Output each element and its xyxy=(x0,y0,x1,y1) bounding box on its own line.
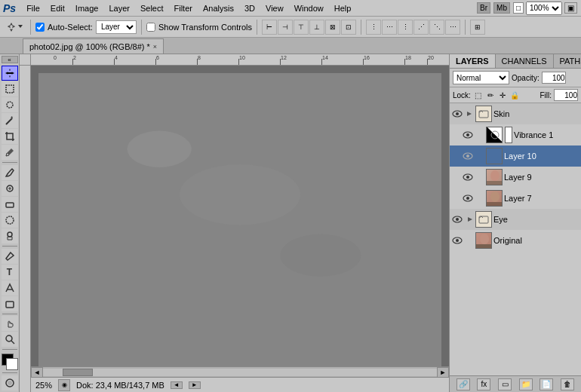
align-middle-btn[interactable]: ⊠ xyxy=(325,20,340,35)
dist-left-btn[interactable]: ⋮ xyxy=(366,20,381,35)
menu-view[interactable]: View xyxy=(261,2,288,14)
dist-top-btn[interactable]: ⋰ xyxy=(413,20,429,35)
layer-visibility-btn[interactable] xyxy=(451,234,463,247)
toolbox-collapse-btn[interactable]: « xyxy=(2,56,18,63)
opacity-input[interactable] xyxy=(542,72,566,84)
layer-visibility-btn[interactable] xyxy=(462,192,474,204)
delete-layer-btn[interactable]: 🗑 xyxy=(561,378,574,390)
select-rect-icon[interactable] xyxy=(2,81,18,96)
canvas-scroll[interactable]: ◄ ► 25% ◉ Dok: 23,4 MB/143,7 MB ◄ ► xyxy=(31,66,449,392)
bg-color[interactable] xyxy=(6,358,18,370)
menu-edit[interactable]: Edit xyxy=(46,2,69,14)
menu-layer[interactable]: Layer xyxy=(104,2,134,14)
lock-image-btn[interactable]: ✏ xyxy=(485,90,496,100)
dist-right-btn[interactable]: ⋮ xyxy=(398,20,413,35)
group-expand-triangle[interactable] xyxy=(465,109,474,118)
layer-row[interactable]: Layer 9 xyxy=(450,167,581,188)
minibr-btn[interactable]: Mb xyxy=(493,2,510,14)
layer-row[interactable]: Layer 7 xyxy=(450,188,581,209)
layer-row[interactable]: Original xyxy=(450,230,581,251)
tab-layers[interactable]: LAYERS xyxy=(450,54,496,68)
layer-visibility-btn[interactable] xyxy=(451,213,463,225)
scroll-right-btn[interactable]: ► xyxy=(437,367,449,378)
dist-center-btn[interactable]: ⋯ xyxy=(382,20,397,35)
quick-mask-icon[interactable] xyxy=(2,375,18,390)
move-tool-icon[interactable] xyxy=(2,66,18,81)
dist-bottom-btn[interactable]: ⋯ xyxy=(445,20,460,35)
eyedropper-icon[interactable] xyxy=(2,145,18,160)
align-right-btn[interactable]: ⊤ xyxy=(294,20,309,35)
layer-row[interactable]: Layer 10 xyxy=(450,145,581,167)
new-layer-btn[interactable]: 📄 xyxy=(540,378,553,390)
show-transform-check[interactable] xyxy=(146,23,155,32)
move-tool-btn[interactable] xyxy=(3,20,26,34)
lock-transparent-btn[interactable]: ⬚ xyxy=(473,90,484,100)
dodge-icon[interactable] xyxy=(2,228,18,243)
add-mask-btn[interactable]: ▭ xyxy=(498,378,512,390)
worksp-btn[interactable]: □ xyxy=(513,2,524,14)
layer-row[interactable]: Vibrance 1 xyxy=(450,124,581,145)
extra-btn[interactable]: ⊞ xyxy=(470,20,485,35)
scroll-track-h[interactable] xyxy=(43,369,437,376)
fill-input[interactable] xyxy=(554,89,578,101)
lock-all-btn[interactable]: 🔒 xyxy=(509,90,520,100)
h-scrollbar[interactable]: ◄ ► xyxy=(31,366,449,377)
layer-visibility-btn[interactable] xyxy=(462,129,474,141)
blend-mode-select[interactable]: Normal Multiply Screen Overlay Soft Ligh… xyxy=(453,71,509,84)
fg-bg-colors[interactable] xyxy=(2,354,18,369)
menu-filter[interactable]: Filter xyxy=(170,2,197,14)
document-tab[interactable]: photo02.jpg @ 100% (RGB/8#) * × xyxy=(23,38,164,54)
align-left-btn[interactable]: ⊢ xyxy=(262,20,277,35)
new-group-btn[interactable]: 📁 xyxy=(519,378,533,390)
clone-stamp-icon[interactable] xyxy=(2,181,18,196)
shape-icon[interactable] xyxy=(2,296,18,311)
scroll-thumb-h[interactable] xyxy=(63,369,93,376)
menu-window[interactable]: Window xyxy=(290,2,328,14)
tab-close-btn[interactable]: × xyxy=(153,43,157,51)
group-expand-triangle[interactable] xyxy=(465,215,474,224)
brush-icon[interactable] xyxy=(2,165,18,180)
tab-paths[interactable]: PATHS xyxy=(554,54,581,68)
lock-position-btn[interactable]: ✛ xyxy=(497,90,508,100)
menu-help[interactable]: Help xyxy=(330,2,356,14)
crop-icon[interactable] xyxy=(2,129,18,144)
tab-channels[interactable]: CHANNELS xyxy=(496,54,554,68)
tool-sep2 xyxy=(2,246,17,247)
align-bottom-btn[interactable]: ⊡ xyxy=(341,20,356,35)
align-center-btn[interactable]: ⊣ xyxy=(278,20,293,35)
auto-select-dropdown[interactable]: Layer Group xyxy=(96,20,137,34)
lasso-icon[interactable] xyxy=(2,97,18,112)
menu-select[interactable]: Select xyxy=(136,2,168,14)
menu-file[interactable]: File xyxy=(22,2,45,14)
bridge-btn[interactable]: Br xyxy=(477,2,490,14)
layer-style-btn[interactable]: fx xyxy=(477,378,490,390)
layer-visibility-btn[interactable] xyxy=(462,171,474,183)
layer-visibility-btn[interactable] xyxy=(451,108,463,120)
fill-row: Lock: ⬚ ✏ ✛ 🔒 Fill: xyxy=(450,87,581,103)
layer-row[interactable]: Eye xyxy=(450,209,581,230)
menu-3d[interactable]: 3D xyxy=(240,2,260,14)
scroll-left-btn[interactable]: ◄ xyxy=(31,367,43,378)
view-mode-btn[interactable]: ▣ xyxy=(564,2,577,14)
auto-select-check[interactable] xyxy=(35,23,45,32)
menu-analysis[interactable]: Analysis xyxy=(198,2,238,14)
layer-row[interactable]: Skin xyxy=(450,103,581,124)
path-select-icon[interactable] xyxy=(2,280,18,296)
status-btn[interactable]: ◉ xyxy=(58,379,70,391)
align-top-btn[interactable]: ⊥ xyxy=(309,20,324,35)
text-icon[interactable]: T xyxy=(2,265,18,280)
scroll-nav-left[interactable]: ◄ xyxy=(171,381,183,389)
hand-icon[interactable] xyxy=(2,316,18,331)
menu-image[interactable]: Image xyxy=(71,2,103,14)
layer-visibility-btn[interactable] xyxy=(462,150,474,162)
svg-point-39 xyxy=(466,197,469,200)
zoom-select[interactable]: 100% 50% 25% xyxy=(526,2,562,15)
dist-middle-btn[interactable]: ⋱ xyxy=(429,20,444,35)
link-layers-btn[interactable]: 🔗 xyxy=(456,378,470,390)
eraser-icon[interactable] xyxy=(2,197,18,212)
zoom-icon[interactable] xyxy=(2,332,18,347)
blur-icon[interactable] xyxy=(2,213,18,228)
scroll-nav-right[interactable]: ► xyxy=(189,381,201,389)
magic-wand-icon[interactable] xyxy=(2,113,18,128)
pen-icon[interactable] xyxy=(2,249,18,264)
